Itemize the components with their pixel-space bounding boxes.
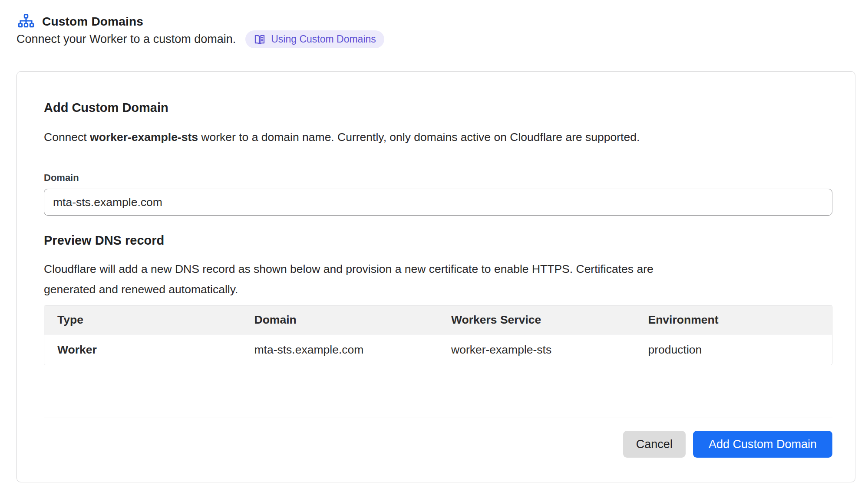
book-icon: [254, 33, 266, 46]
footer-divider: [44, 417, 832, 417]
domain-input[interactable]: [44, 189, 832, 216]
page-title: Custom Domains: [42, 15, 143, 29]
add-custom-domain-button[interactable]: Add Custom Domain: [693, 431, 832, 458]
cell-workers-service: worker-example-sts: [438, 334, 635, 365]
cancel-button[interactable]: Cancel: [623, 431, 686, 458]
card-actions: Cancel Add Custom Domain: [44, 431, 832, 458]
custom-domains-icon: [17, 13, 35, 30]
card-description-suffix: worker to a domain name. Currently, only…: [198, 131, 640, 144]
cell-environment: production: [635, 334, 832, 365]
cell-domain: mta-sts.example.com: [241, 334, 439, 365]
docs-link-label: Using Custom Domains: [271, 33, 376, 45]
column-header-workers-service: Workers Service: [438, 305, 635, 334]
table-header-row: Type Domain Workers Service Environment: [44, 305, 832, 334]
card-description-prefix: Connect: [44, 131, 90, 144]
sub-header: Connect your Worker to a custom domain. …: [17, 30, 384, 48]
page-subtitle: Connect your Worker to a custom domain.: [17, 33, 236, 46]
dns-preview-table: Type Domain Workers Service Environment …: [44, 305, 832, 365]
card-heading: Add Custom Domain: [44, 100, 832, 115]
column-header-domain: Domain: [241, 305, 439, 334]
add-custom-domain-card: Add Custom Domain Connect worker-example…: [17, 71, 855, 482]
preview-dns-description: Cloudflare will add a new DNS record as …: [44, 259, 678, 300]
column-header-type: Type: [44, 305, 241, 334]
worker-name: worker-example-sts: [90, 131, 198, 144]
cell-type: Worker: [44, 334, 241, 365]
column-header-environment: Environment: [635, 305, 832, 334]
table-row: Worker mta-sts.example.com worker-exampl…: [44, 334, 832, 365]
docs-link-badge[interactable]: Using Custom Domains: [245, 30, 384, 48]
domain-field-label: Domain: [44, 172, 832, 183]
page-header: Custom Domains: [17, 13, 143, 30]
preview-dns-heading: Preview DNS record: [44, 233, 832, 248]
card-description: Connect worker-example-sts worker to a d…: [44, 130, 832, 144]
